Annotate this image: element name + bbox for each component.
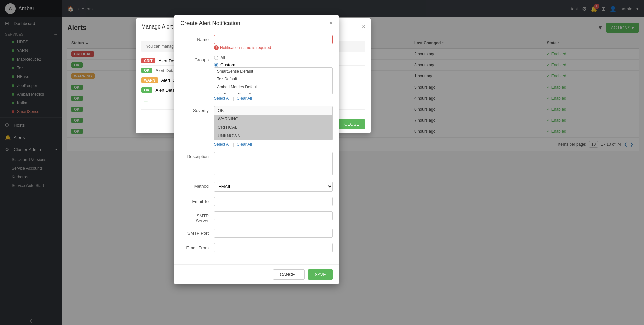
create-dialog-body: Name ! Notification name is required Gro… [174,32,339,264]
smtp-port-input[interactable] [214,229,333,238]
email-from-input[interactable] [214,243,333,252]
severity-control: OK WARNING CRITICAL UNKNOWN Select All |… [214,106,333,147]
form-row-name: Name ! Notification name is required [180,35,333,50]
name-error-text: Notification name is required [220,45,271,50]
group-item[interactable]: Ambari Metrics Default [214,83,332,91]
severity-pipe: | [233,142,234,147]
groups-clear-all[interactable]: Clear All [237,96,252,101]
smtp-port-control [214,229,333,238]
manage-dialog-close-x[interactable]: × [362,23,365,30]
severity-critical[interactable]: CRITICAL [214,123,332,131]
radio-custom-label: Custom [220,62,235,67]
radio-all-label: All [220,55,225,60]
create-dialog-footer: CANCEL SAVE [174,264,339,284]
description-control [214,152,333,176]
radio-custom-input[interactable] [214,63,218,67]
groups-select-all[interactable]: Select All [214,96,230,101]
severity-warning[interactable]: WARNING [214,115,332,123]
error-icon: ! [214,45,219,50]
severity-unknown[interactable]: UNKNOWN [214,131,332,140]
description-textarea[interactable] [214,152,333,175]
form-row-smtp-port: SMTP Port [180,229,333,238]
radio-all[interactable]: All [214,55,333,60]
smtp-server-control [214,211,333,220]
alert-row-status: OK [141,87,152,93]
manage-dialog-title: Manage Alert [141,24,173,30]
email-to-label: Email To [180,197,214,204]
form-row-severity: Severity OK WARNING CRITICAL UNKNOWN Sel… [180,106,333,147]
groups-actions: Select All | Clear All [214,96,333,101]
group-item[interactable]: ZooKeeper Default [214,91,332,94]
description-label: Description [180,152,214,159]
add-notification-button[interactable]: + [141,97,151,107]
smtp-server-label: SMTPServer [180,211,214,223]
groups-radio-group: All Custom [214,55,333,67]
create-dialog-title: Create Alert Notification [180,20,240,27]
email-from-control [214,243,333,252]
name-control: ! Notification name is required [214,35,333,50]
create-dialog-header: Create Alert Notification × [174,15,339,32]
groups-pipe: | [233,96,234,101]
form-row-smtp-server: SMTPServer [180,211,333,223]
groups-control: All Custom SmartSense Default Tez Defaul… [214,55,333,101]
smtp-server-input[interactable] [214,211,333,220]
form-row-method: Method EMAIL SNMP [180,182,333,192]
radio-custom[interactable]: Custom [214,62,333,67]
create-dialog-close-x[interactable]: × [329,20,333,27]
group-item[interactable]: SmartSense Default [214,68,332,75]
method-control: EMAIL SNMP [214,182,333,192]
form-row-description: Description [180,152,333,176]
alert-row-status: OK [141,68,152,73]
radio-all-input[interactable] [214,56,218,60]
name-error-msg: ! Notification name is required [214,45,333,50]
form-row-groups: Groups All Custom SmartSense Default Tez… [180,55,333,101]
name-label: Name [180,35,214,42]
alert-row-status: WARN [141,77,158,83]
manage-close-button[interactable]: CLOSE [338,119,365,129]
form-row-email-from: Email From [180,243,333,252]
name-input[interactable] [214,35,333,44]
create-alert-dialog: Create Alert Notification × Name ! Notif… [174,15,339,284]
alert-row-status: CRIT [141,58,155,63]
cancel-button[interactable]: CANCEL [273,269,305,280]
severity-actions: Select All | Clear All [214,142,333,147]
email-to-input[interactable] [214,197,333,206]
groups-label: Groups [180,55,214,62]
smtp-port-label: SMTP Port [180,229,214,236]
groups-list: SmartSense Default Tez Default Ambari Me… [214,67,333,94]
save-button[interactable]: SAVE [308,269,333,280]
severity-select-all[interactable]: Select All [214,142,230,147]
severity-label: Severity [180,106,214,113]
form-row-email-to: Email To [180,197,333,206]
email-from-label: Email From [180,243,214,250]
method-select[interactable]: EMAIL SNMP [214,182,333,192]
severity-list: OK WARNING CRITICAL UNKNOWN [214,106,333,140]
severity-clear-all[interactable]: Clear All [237,142,252,147]
severity-ok[interactable]: OK [214,106,332,115]
group-item[interactable]: Tez Default [214,75,332,83]
email-to-control [214,197,333,206]
method-label: Method [180,182,214,189]
